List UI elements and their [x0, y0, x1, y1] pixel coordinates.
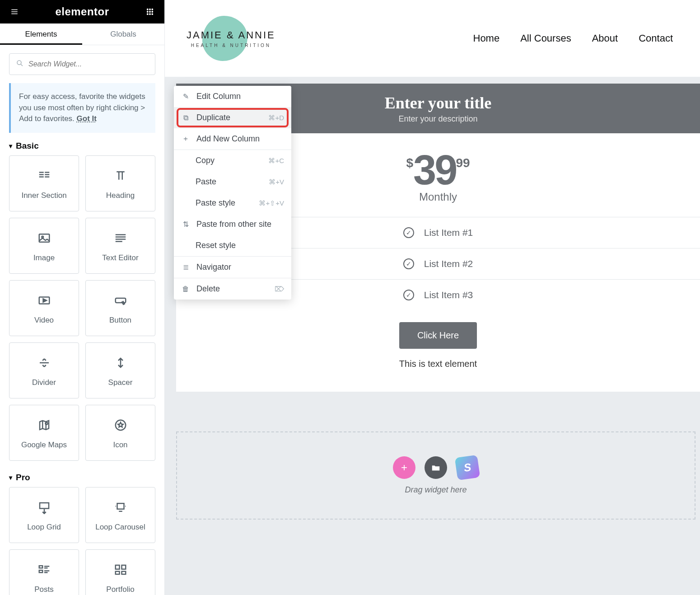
- svg-rect-18: [39, 566, 42, 568]
- svg-rect-10: [39, 234, 49, 242]
- nav-about[interactable]: About: [592, 33, 618, 44]
- list-item-label: List Item #3: [424, 290, 473, 300]
- widget-label: Google Maps: [21, 440, 67, 450]
- category-basic[interactable]: Basic: [9, 141, 155, 151]
- search-icon: [16, 59, 24, 70]
- list-item-label: List Item #1: [424, 227, 473, 238]
- portfolio-icon: [114, 561, 127, 579]
- pricing-subtitle: Enter your description: [398, 114, 477, 124]
- inner-section-icon: [37, 167, 51, 185]
- widget-portfolio[interactable]: Portfolio: [85, 549, 155, 595]
- svg-rect-23: [121, 572, 126, 574]
- price-currency: $: [406, 156, 413, 170]
- price-period: Monthly: [419, 191, 457, 203]
- widget-label: Heading: [106, 191, 135, 200]
- widget-posts[interactable]: Posts: [9, 549, 79, 595]
- svg-rect-20: [115, 565, 119, 569]
- widget-text-editor[interactable]: Text Editor: [85, 218, 155, 274]
- ctx-edit-column[interactable]: ✎ Edit Column: [174, 86, 291, 107]
- logo-line1: JAMIE & ANNIE: [187, 29, 275, 41]
- pricing-text: This is text element: [399, 359, 477, 369]
- tab-elements[interactable]: Elements: [0, 23, 82, 45]
- svg-point-9: [17, 61, 21, 65]
- ctx-add-new-column[interactable]: ＋ Add New Column: [174, 128, 291, 150]
- svg-rect-22: [115, 572, 119, 574]
- tip-box: For easy access, favorite the widgets yo…: [9, 83, 155, 133]
- pencil-icon: ✎: [181, 92, 190, 101]
- copy-icon: ⧉: [181, 114, 190, 122]
- nav-contact[interactable]: Contact: [639, 33, 673, 44]
- ctx-navigator[interactable]: ≣ Navigator: [174, 257, 291, 278]
- price: $ 39 99: [406, 151, 470, 189]
- delete-key-icon: ⌦: [275, 285, 284, 293]
- nav-home[interactable]: Home: [473, 33, 500, 44]
- tab-globals[interactable]: Globals: [82, 23, 164, 45]
- loop-grid-icon: [37, 498, 51, 516]
- ctx-label: Delete: [196, 284, 220, 294]
- widget-label: Loop Carousel: [95, 523, 145, 532]
- widget-loop-grid[interactable]: Loop Grid: [9, 487, 79, 543]
- ctx-paste-from-other-site[interactable]: ⇅ Paste from other site: [174, 214, 291, 235]
- widget-image[interactable]: Image: [9, 218, 79, 274]
- search-container[interactable]: [9, 53, 155, 75]
- search-input[interactable]: [28, 60, 149, 68]
- site-logo[interactable]: JAMIE & ANNIE HEALTH & NUTRITION: [177, 16, 275, 61]
- ctx-delete[interactable]: 🗑 Delete ⌦: [174, 278, 291, 300]
- widgets-pro: Loop Grid Loop Carousel Posts Portfolio: [0, 487, 164, 595]
- tip-got-it[interactable]: Got It: [77, 114, 97, 123]
- widget-spacer[interactable]: Spacer: [85, 342, 155, 398]
- nav-all-courses[interactable]: All Courses: [520, 33, 571, 44]
- apps-grid-icon[interactable]: [144, 5, 156, 18]
- drop-zone[interactable]: + S Drag widget here: [176, 431, 695, 520]
- widget-icon[interactable]: Icon: [85, 405, 155, 461]
- ctx-paste-style[interactable]: Paste style ⌘+⇧+V: [174, 192, 291, 214]
- widget-google-maps[interactable]: Google Maps: [9, 405, 79, 461]
- blocks-button[interactable]: S: [455, 455, 480, 480]
- svg-point-7: [149, 14, 150, 14]
- check-icon: ✓: [403, 258, 414, 269]
- ctx-reset-style[interactable]: Reset style: [174, 235, 291, 256]
- add-section-button[interactable]: +: [393, 456, 415, 479]
- svg-rect-21: [121, 565, 126, 569]
- ctx-duplicate[interactable]: ⧉ Duplicate ⌘+D: [174, 107, 291, 128]
- price-cents: 99: [456, 156, 470, 170]
- site-header: JAMIE & ANNIE HEALTH & NUTRITION Home Al…: [165, 0, 700, 77]
- svg-point-8: [152, 14, 153, 14]
- ctx-label: Navigator: [196, 262, 231, 272]
- svg-rect-19: [39, 570, 42, 572]
- pricing-title: Enter your title: [385, 94, 492, 112]
- ctx-label: Paste: [196, 177, 216, 187]
- ctx-label: Copy: [196, 156, 215, 165]
- elementor-panel: elementor Elements Globals For easy acce…: [0, 0, 165, 595]
- pricing-button[interactable]: Click Here: [399, 322, 477, 349]
- drop-hint: Drag widget here: [405, 485, 467, 495]
- ctx-copy[interactable]: Copy ⌘+C: [174, 150, 291, 171]
- heading-icon: [114, 167, 127, 185]
- widget-label: Portfolio: [106, 585, 134, 594]
- widget-label: Loop Grid: [27, 523, 61, 532]
- svg-point-6: [147, 14, 148, 14]
- category-pro[interactable]: Pro: [9, 473, 155, 483]
- list-item-label: List Item #2: [424, 258, 473, 269]
- menu-icon[interactable]: [8, 5, 21, 18]
- widget-button[interactable]: Button: [85, 280, 155, 336]
- svg-point-3: [147, 11, 148, 12]
- ctx-label: Edit Column: [196, 92, 241, 101]
- ctx-label: Add New Column: [196, 134, 260, 144]
- widget-inner-section[interactable]: Inner Section: [9, 155, 79, 211]
- panel-header: elementor: [0, 0, 164, 23]
- widget-label: Button: [109, 316, 131, 325]
- svg-rect-17: [117, 503, 124, 509]
- widget-video[interactable]: Video: [9, 280, 79, 336]
- widget-loop-carousel[interactable]: Loop Carousel: [85, 487, 155, 543]
- context-menu: ✎ Edit Column ⧉ Duplicate ⌘+D ＋ Add New …: [174, 86, 291, 300]
- widget-heading[interactable]: Heading: [85, 155, 155, 211]
- site-nav: Home All Courses About Contact: [473, 33, 673, 44]
- ctx-paste[interactable]: Paste ⌘+V: [174, 171, 291, 192]
- star-icon: [114, 416, 127, 434]
- svg-point-0: [147, 9, 148, 10]
- widget-divider[interactable]: Divider: [9, 342, 79, 398]
- template-library-button[interactable]: [425, 456, 447, 479]
- plus-icon: ＋: [181, 134, 190, 144]
- widgets-basic: Inner Section Heading Image Text Editor …: [0, 155, 164, 461]
